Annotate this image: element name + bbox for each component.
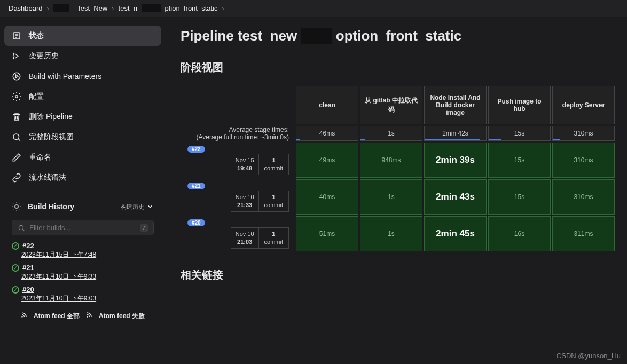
nav-label: 流水线语法	[29, 173, 66, 183]
gear-icon	[12, 92, 21, 101]
stage-average: 46ms	[296, 126, 358, 141]
stage-cell[interactable]: 311ms	[552, 216, 615, 251]
success-icon: ✓	[12, 286, 19, 294]
build-date[interactable]: 2023年11月15日 下午7:48	[21, 251, 96, 258]
stage-header: Push image to hub	[488, 86, 551, 124]
stage-cell[interactable]: 1s	[360, 179, 422, 215]
nav-label: 删除 Pipeline	[29, 112, 73, 122]
nav-trash[interactable]: 删除 Pipeline	[4, 107, 161, 127]
svg-point-4	[15, 205, 18, 208]
stage-cell[interactable]: 2min 43s	[424, 179, 487, 215]
history-icon	[12, 51, 21, 61]
run-id-badge[interactable]: #21	[187, 183, 205, 189]
run-commits: 1commit	[259, 227, 289, 249]
build-id[interactable]: #20	[22, 286, 34, 294]
stage-average: 1s	[360, 126, 422, 141]
watermark: CSDN @yunson_Liu	[557, 352, 621, 360]
svg-point-7	[87, 316, 88, 317]
svg-point-5	[19, 225, 23, 230]
stage-run-row: #21 Nov 1021:33 1commit40ms1s2min 43s15s…	[182, 179, 615, 215]
breadcrumb-item[interactable]: test_n	[119, 4, 137, 12]
stage-view-title: 阶段视图	[181, 60, 616, 75]
run-date: Nov 1519:48	[231, 154, 259, 176]
build-item[interactable]: ✓#202023年11月10日 下午9:03	[4, 283, 161, 305]
nav-label: 完整阶段视图	[29, 132, 74, 142]
nav-gear[interactable]: 配置	[4, 86, 161, 107]
success-icon: ✓	[12, 264, 19, 272]
trash-icon	[12, 112, 21, 122]
build-history-title: Build History	[28, 202, 74, 211]
svg-point-3	[13, 134, 19, 140]
stage-header: Node Install And Build docker image	[424, 86, 487, 124]
stage-run-row: #20 Nov 1021:03 1commit51ms1s2min 45s16s…	[182, 216, 615, 251]
nav-play[interactable]: Build with Parameters	[4, 66, 161, 86]
build-id[interactable]: #22	[22, 242, 34, 250]
stage-cell[interactable]: 310ms	[552, 143, 615, 178]
stage-average: 2min 42s	[424, 126, 487, 141]
nav-status[interactable]: 状态	[4, 26, 161, 46]
stage-cell[interactable]: 1s	[360, 216, 422, 251]
status-icon	[12, 31, 21, 41]
run-id-badge[interactable]: #20	[187, 219, 205, 226]
build-history-subtitle: 构建历史	[121, 203, 144, 211]
filter-builds-input[interactable]: /	[12, 220, 154, 235]
stage-cell[interactable]: 2min 39s	[424, 143, 487, 178]
stage-average: 15s	[488, 126, 551, 141]
run-date: Nov 1021:33	[231, 191, 259, 212]
chevron-down-icon[interactable]	[146, 203, 154, 210]
build-item[interactable]: ✓#222023年11月15日 下午7:48	[4, 240, 161, 262]
stage-header: deploy Server	[552, 86, 615, 124]
search-icon	[12, 132, 21, 142]
stage-cell[interactable]: 948ms	[360, 143, 422, 178]
run-date: Nov 1021:03	[231, 227, 259, 249]
breadcrumb-item[interactable]: ption_front_static	[165, 4, 218, 12]
stage-header: 从 gitlab 中拉取代码	[360, 86, 422, 124]
stage-cell[interactable]: 40ms	[296, 179, 358, 215]
atom-feed-all[interactable]: Atom feed 全部	[34, 312, 80, 321]
stage-view-table: clean从 gitlab 中拉取代码Node Install And Buil…	[181, 84, 616, 253]
stage-run-row: #22 Nov 1519:48 1commit49ms948ms2min 39s…	[182, 143, 615, 178]
sidebar: 状态变更历史Build with Parameters配置删除 Pipeline…	[0, 17, 166, 362]
page-title: Pipeline test_new ▪ ▪ ▪ option_front_sta…	[181, 28, 616, 44]
sun-icon	[12, 202, 21, 211]
svg-point-2	[15, 96, 18, 98]
build-history-panel: Build History 构建历史 / ✓#222023年11月15日 下午7…	[4, 197, 161, 327]
nav-link[interactable]: 流水线语法	[4, 168, 161, 188]
build-date[interactable]: 2023年11月10日 下午9:03	[21, 295, 96, 302]
link-icon	[12, 173, 21, 183]
search-icon	[18, 224, 25, 232]
breadcrumb-item[interactable]: _Test_New	[73, 4, 107, 12]
run-id-badge[interactable]: #22	[187, 146, 205, 153]
run-commits: 1commit	[259, 154, 289, 176]
svg-point-1	[13, 73, 20, 80]
nav-label: 变更历史	[29, 51, 59, 61]
nav-history[interactable]: 变更历史	[4, 46, 161, 66]
rss-icon	[21, 312, 27, 321]
build-date[interactable]: 2023年11月10日 下午9:33	[21, 273, 96, 280]
stage-average: 310ms	[552, 126, 615, 141]
nav-edit[interactable]: 重命名	[4, 147, 161, 168]
stage-cell[interactable]: 310ms	[552, 179, 615, 215]
stage-cell[interactable]: 15s	[488, 179, 551, 215]
nav-label: 配置	[29, 92, 44, 101]
build-id[interactable]: #21	[22, 264, 34, 272]
main-content: Pipeline test_new ▪ ▪ ▪ option_front_sta…	[166, 17, 627, 362]
related-links-title: 相关链接	[181, 268, 616, 282]
kbd-shortcut: /	[140, 224, 148, 232]
stage-cell[interactable]: 15s	[488, 143, 551, 178]
breadcrumb: Dashboard› xx_Test_New› test_nxxxption_f…	[0, 0, 627, 17]
nav-search[interactable]: 完整阶段视图	[4, 127, 161, 147]
stage-cell[interactable]: 49ms	[296, 143, 358, 178]
breadcrumb-item[interactable]: Dashboard	[9, 4, 43, 12]
run-commits: 1commit	[259, 191, 289, 212]
atom-feed-fail[interactable]: Atom feed 失败	[99, 312, 145, 321]
nav-label: 重命名	[29, 153, 51, 162]
nav-label: Build with Parameters	[29, 72, 101, 81]
build-item[interactable]: ✓#212023年11月10日 下午9:33	[4, 262, 161, 283]
stage-header: clean	[296, 86, 358, 124]
stage-cell[interactable]: 16s	[488, 216, 551, 251]
stage-cell[interactable]: 51ms	[296, 216, 358, 251]
rss-icon	[86, 312, 92, 321]
stage-cell[interactable]: 2min 45s	[424, 216, 487, 251]
play-icon	[12, 72, 21, 81]
